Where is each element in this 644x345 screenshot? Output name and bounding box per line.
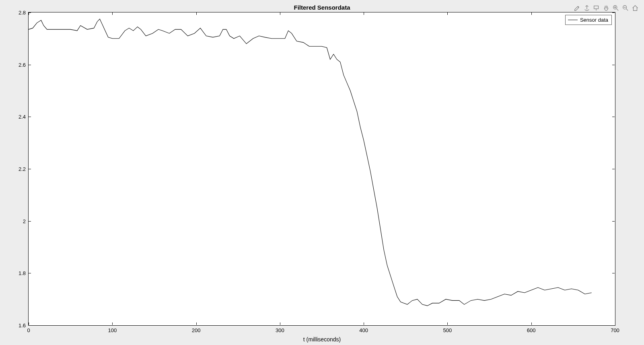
x-tick-label: 400 [359, 327, 368, 333]
y-tick-label: 2.2 [12, 166, 26, 172]
x-axis-label: t (milliseconds) [0, 336, 644, 343]
rotate3d-icon[interactable] [583, 4, 591, 12]
legend[interactable]: Sensor data [565, 15, 612, 25]
y-tick-label: 2.6 [12, 62, 26, 68]
x-tick-label: 100 [108, 327, 117, 333]
figure-window: Filtered Sensordata distance to surface … [0, 0, 644, 345]
brush-icon[interactable] [573, 4, 581, 12]
x-tick-label: 600 [527, 327, 536, 333]
y-tick-label: 2.4 [12, 114, 26, 120]
series-line [29, 12, 615, 325]
figure-toolbar [573, 4, 639, 12]
chart-title: Filtered Sensordata [0, 4, 644, 11]
x-tick-label: 700 [611, 327, 619, 333]
x-tick-label: 0 [27, 327, 30, 333]
x-tick-label: 500 [443, 327, 452, 333]
zoomout-icon[interactable] [621, 4, 630, 12]
y-tick-label: 1.8 [12, 270, 26, 276]
y-tick-label: 2 [12, 218, 26, 224]
legend-entry-label: Sensor data [580, 17, 608, 23]
x-tick-label: 300 [276, 327, 284, 333]
svg-rect-0 [594, 6, 599, 9]
y-tick-label: 2.8 [12, 10, 26, 16]
x-tick-label: 200 [192, 327, 201, 333]
home-icon[interactable] [631, 4, 639, 12]
datatip-icon[interactable] [593, 4, 601, 12]
zoomin-icon[interactable] [612, 4, 620, 12]
pan-icon[interactable] [602, 4, 610, 12]
plot-area: Sensor data [28, 12, 615, 326]
y-tick-label: 1.6 [12, 322, 26, 329]
legend-swatch [568, 20, 578, 20]
